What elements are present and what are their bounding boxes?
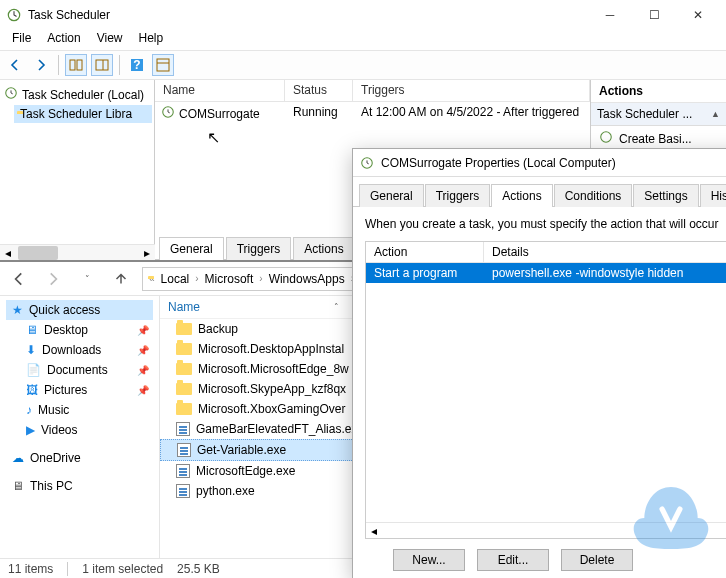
col-name[interactable]: Name [155,80,285,101]
col-status[interactable]: Status [285,80,353,101]
nav-videos[interactable]: ▶Videos [6,420,153,440]
nav-videos-label: Videos [41,423,77,437]
close-button[interactable]: ✕ [676,0,720,30]
back-button[interactable] [6,266,32,292]
scroll-right-button[interactable]: ▸ [139,245,155,261]
nav-quick-access[interactable]: ★ Quick access [6,300,153,320]
action-pane-button[interactable] [91,54,113,76]
action-cell: Start a program [366,263,484,283]
tab-actions[interactable]: Actions [491,184,552,207]
tab-conditions[interactable]: Conditions [554,184,633,207]
menu-file[interactable]: File [6,30,37,50]
nav-downloads-label: Downloads [42,343,101,357]
edit-button[interactable]: Edit... [477,549,549,571]
scroll-left-button[interactable]: ◂ [0,245,16,261]
menu-action[interactable]: Action [41,30,86,50]
action-row-selected[interactable]: Start a program powershell.exe -windowst… [366,263,726,283]
new-button[interactable]: New... [393,549,465,571]
scroll-thumb[interactable] [18,246,58,260]
details-cell: powershell.exe -windowstyle hidden [484,263,726,283]
tab-general[interactable]: General [359,184,424,207]
task-status-label: Running [285,105,353,122]
music-icon: ♪ [26,403,32,417]
props-button[interactable] [152,54,174,76]
scroll-left-button[interactable]: ◂ [366,523,382,539]
nav-pictures[interactable]: 🖼Pictures📌 [6,380,153,400]
actions-context-label: Task Scheduler ... [597,107,692,121]
nav-downloads[interactable]: ⬇Downloads📌 [6,340,153,360]
minimize-button[interactable]: ─ [588,0,632,30]
hint-text: When you create a task, you must specify… [365,217,726,231]
tab-actions[interactable]: Actions [293,237,354,260]
svg-point-11 [601,132,612,143]
scroll-right-button[interactable]: ▸ [722,523,726,539]
tab-triggers[interactable]: Triggers [226,237,292,260]
desktop-icon: 🖥 [26,323,38,337]
tab-settings[interactable]: Settings [633,184,698,207]
col-triggers[interactable]: Triggers [353,80,590,101]
exe-icon [177,443,191,457]
star-icon: ★ [12,303,23,317]
exe-icon [176,464,190,478]
help-button[interactable]: ? [126,54,148,76]
crumb-windowsapps[interactable]: WindowsApps [265,270,349,288]
status-size: 25.5 KB [177,562,220,576]
pictures-icon: 🖼 [26,383,38,397]
forward-button[interactable] [40,266,66,292]
folder-icon [176,363,192,375]
tree-library[interactable]: Task Scheduler Libra [14,105,152,123]
pin-icon: 📌 [137,365,149,376]
pin-icon: 📌 [137,345,149,356]
nav-music[interactable]: ♪Music [6,400,153,420]
file-name: Microsoft.SkypeApp_kzf8qx [198,382,346,396]
actions-context[interactable]: Task Scheduler ... ▲ [591,103,726,126]
tree-library-label: Task Scheduler Libra [20,107,132,121]
menu-view[interactable]: View [91,30,129,50]
task-row[interactable]: COMSurrogate Running At 12:00 AM on 4/5/… [155,102,590,125]
tree-root-label: Task Scheduler (Local) [22,88,144,102]
nav-documents[interactable]: 📄Documents📌 [6,360,153,380]
folder-icon [176,383,192,395]
scope-pane-button[interactable] [65,54,87,76]
sort-indicator-icon: ˄ [334,302,339,312]
tree-root[interactable]: Task Scheduler (Local) [2,84,152,105]
crumb-local[interactable]: Local [157,270,194,288]
properties-dialog[interactable]: COMSurrogate Properties (Local Computer)… [352,148,726,578]
svg-rect-1 [70,60,75,70]
nav-onedrive[interactable]: ☁OneDrive [6,448,153,468]
crumb-microsoft[interactable]: Microsoft [201,270,258,288]
exe-icon [176,484,190,498]
up-button[interactable] [108,266,134,292]
scheduler-title: Task Scheduler [28,8,588,22]
nav-desktop-label: Desktop [44,323,88,337]
documents-icon: 📄 [26,363,41,377]
file-name: python.exe [196,484,255,498]
scheduler-icon [6,7,22,23]
back-button[interactable] [4,54,26,76]
scheduler-titlebar[interactable]: Task Scheduler ─ ☐ ✕ [0,0,726,30]
nav-pictures-label: Pictures [44,383,87,397]
svg-rect-7 [157,59,169,71]
forward-button[interactable] [30,54,52,76]
tab-triggers[interactable]: Triggers [425,184,491,207]
dialog-title: COMSurrogate Properties (Local Computer) [381,156,726,170]
col-name-label: Name [168,300,200,314]
col-details[interactable]: Details [484,242,726,262]
menu-help[interactable]: Help [133,30,170,50]
pc-icon: 🖥 [12,479,24,493]
maximize-button[interactable]: ☐ [632,0,676,30]
tab-history[interactable]: History (disabled [700,184,726,207]
tab-general[interactable]: General [159,237,224,260]
nav-documents-label: Documents [47,363,108,377]
tree-pane[interactable]: Task Scheduler (Local) Task Scheduler Li… [0,80,155,260]
nav-pane[interactable]: ★ Quick access 🖥Desktop📌 ⬇Downloads📌 📄Do… [0,296,160,558]
delete-button[interactable]: Delete [561,549,633,571]
actions-table[interactable]: Action Details Start a program powershel… [365,241,726,539]
history-button[interactable]: ˅ [74,266,100,292]
status-count: 11 items [8,562,53,576]
folder-icon [176,343,192,355]
nav-desktop[interactable]: 🖥Desktop📌 [6,320,153,340]
task-icon [161,105,175,122]
nav-thispc[interactable]: 🖥This PC [6,476,153,496]
col-action[interactable]: Action [366,242,484,262]
